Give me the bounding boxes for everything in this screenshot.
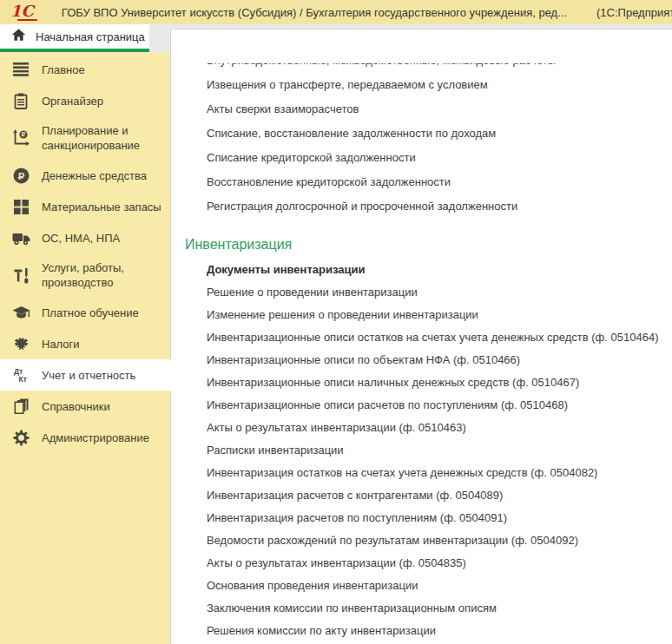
truck-icon xyxy=(11,229,30,246)
sidebar-item-catalogs[interactable]: Справочники xyxy=(0,391,170,422)
command-list-viewport: Внутриведомственные, межведомственные, м… xyxy=(171,63,672,644)
sidebar-item-inventory-stocks[interactable]: Материальные запасы xyxy=(0,191,170,222)
sidebar-item-administration[interactable]: Администрирование xyxy=(0,422,170,453)
command-link[interactable]: Списание кредиторской задолженности xyxy=(171,146,672,170)
command-link[interactable]: Инвентаризационные описи остатков на сче… xyxy=(171,326,672,349)
sidebar-item-taxes[interactable]: Налоги xyxy=(0,328,170,359)
sidebar-item-cash[interactable]: Р Денежные средства xyxy=(0,160,170,191)
sidebar-item-paid-education[interactable]: Платное обучение xyxy=(0,297,170,328)
sidebar-item-label: Налоги xyxy=(42,337,80,352)
command-link[interactable]: Изменение решения о проведении инвентари… xyxy=(171,304,672,326)
section-title-inventory: Инвентаризация xyxy=(185,236,672,253)
sidebar-item-label: Справочники xyxy=(42,399,110,414)
sidebar-item-label: Денежные средства xyxy=(42,168,147,183)
menu-lines-icon xyxy=(11,61,30,78)
command-link-group-documents[interactable]: Документы инвентаризации xyxy=(171,259,672,281)
command-link[interactable]: Списание, восстановление задолженности п… xyxy=(171,122,672,146)
planning-chart-icon: Р xyxy=(11,129,30,147)
sidebar-item-label: Администрирование xyxy=(42,430,149,445)
command-link[interactable]: Инвентаризация расчетов по поступлениям … xyxy=(171,507,672,529)
command-link[interactable]: Инвентаризация расчетов с контрагентами … xyxy=(171,484,672,507)
sidebar-item-label: Материальные запасы xyxy=(42,200,161,214)
sidebar-item-label: ОС, НМА, НПА xyxy=(42,231,120,246)
tab-home[interactable]: Начальная страница xyxy=(0,24,149,49)
tools-icon xyxy=(11,266,30,284)
sections-sidebar: Главное Органайзер Р Планирование и санк… xyxy=(0,52,170,644)
eagle-icon xyxy=(11,335,30,352)
platform-title: (1С:Предприятие) xyxy=(596,6,672,19)
app-area: Начальная страница Внутриведомственные, … xyxy=(0,24,672,644)
1c-logo-icon: 1С xyxy=(9,3,39,22)
content-panel: Внутриведомственные, межведомственные, м… xyxy=(170,29,672,644)
command-link[interactable]: Восстановление кредиторской задолженност… xyxy=(171,170,672,194)
sidebar-item-label: Учет и отчетность xyxy=(42,368,135,383)
command-link[interactable]: Акты о результатах инвентаризации (ф. 05… xyxy=(171,417,672,439)
command-link[interactable]: Расписки инвентаризации xyxy=(171,439,672,462)
tab-home-label: Начальная страница xyxy=(36,30,145,43)
debit-credit-icon: ДтКт xyxy=(11,366,30,384)
sidebar-item-label: Главное xyxy=(42,62,85,77)
sidebar-item-label: Планирование и санкционирование xyxy=(42,123,167,153)
command-link[interactable]: Инвентаризационные описи по объектам НФА… xyxy=(171,349,672,371)
command-link[interactable]: Регистрация долгосрочной и просроченной … xyxy=(171,194,672,219)
command-link[interactable]: Акты о результатах инвентаризации (ф. 05… xyxy=(171,552,672,575)
sidebar-item-planning[interactable]: Р Планирование и санкционирование xyxy=(0,116,170,160)
command-link[interactable]: Акты сверки взаиморасчетов xyxy=(171,97,672,122)
sidebar-item-label: Услуги, работы, производство xyxy=(42,260,167,290)
svg-text:Р: Р xyxy=(22,131,26,137)
ruble-circle-icon: Р xyxy=(11,167,30,184)
command-link[interactable]: Инвентаризационные описи расчетов по пос… xyxy=(171,394,672,417)
home-icon xyxy=(11,28,26,45)
svg-text:Дт: Дт xyxy=(14,367,23,376)
title-bar: 1С ГОБУ ВПО Университет искусств (Субсид… xyxy=(0,0,672,24)
command-link[interactable]: Извещения о трансферте, передаваемом с у… xyxy=(171,73,672,97)
svg-text:Кт: Кт xyxy=(19,375,27,384)
sidebar-item-services-production[interactable]: Услуги, работы, производство xyxy=(0,253,170,297)
books-icon xyxy=(11,398,30,415)
settlements-command-list: Внутриведомственные, межведомственные, м… xyxy=(171,63,672,219)
command-link[interactable]: Основания проведения инвентаризации xyxy=(171,575,672,597)
command-link[interactable]: Заключения комиссии по инвентаризационны… xyxy=(171,597,672,620)
command-link[interactable]: Инвентаризационные описи наличных денежн… xyxy=(171,371,672,394)
inventory-command-list: Решение о проведении инвентаризацииИзмен… xyxy=(171,281,672,642)
command-link[interactable]: Внутриведомственные, межведомственные, м… xyxy=(171,63,672,73)
command-link[interactable]: Решение о проведении инвентаризации xyxy=(171,281,672,304)
sidebar-item-label: Платное обучение xyxy=(42,306,139,320)
sidebar-item-accounting-reporting[interactable]: ДтКт Учет и отчетность xyxy=(0,359,171,391)
command-link[interactable]: Решения комиссии по акту инвентаризации xyxy=(171,620,672,642)
command-link[interactable]: Инвентаризация остатков на счетах учета … xyxy=(171,462,672,484)
grid-icon xyxy=(11,198,30,215)
gear-icon xyxy=(11,429,30,446)
command-link[interactable]: Ведомости расхождений по результатам инв… xyxy=(171,529,672,552)
sidebar-item-organizer[interactable]: Органайзер xyxy=(0,85,170,116)
sidebar-item-fixed-assets[interactable]: ОС, НМА, НПА xyxy=(0,222,170,253)
clipboard-icon xyxy=(11,92,30,109)
sidebar-item-main[interactable]: Главное xyxy=(0,54,170,85)
svg-text:Р: Р xyxy=(18,170,24,181)
sidebar-item-label: Органайзер xyxy=(42,94,103,108)
graduation-cap-icon xyxy=(11,304,30,321)
window-title: ГОБУ ВПО Университет искусств (Субсидия)… xyxy=(62,6,567,19)
